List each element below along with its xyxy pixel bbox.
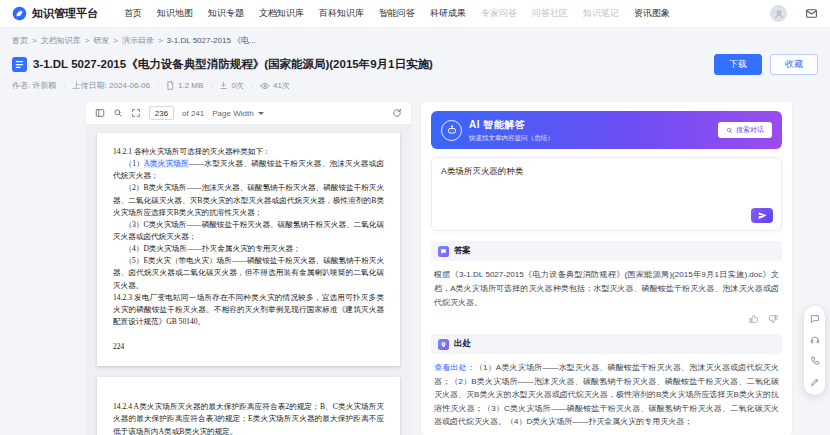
send-button[interactable] bbox=[751, 208, 773, 223]
phone-contact-button[interactable] bbox=[810, 356, 820, 366]
answer-feedback bbox=[431, 312, 782, 324]
pdf-toolbar: of 241 Page Width bbox=[86, 102, 411, 125]
download-button[interactable]: 下载 bbox=[714, 54, 762, 75]
nav-item-smart-qa[interactable]: 智能问答 bbox=[379, 7, 415, 20]
logo: 知识管理平台 bbox=[12, 6, 98, 21]
download-count: 0次 bbox=[219, 80, 243, 91]
main-menu: 首页 知识地图 知识专题 文档知识库 百科知识库 智能问答 科研成果 专家问答 … bbox=[124, 7, 670, 20]
headset-icon bbox=[810, 335, 820, 345]
location-pin-icon bbox=[438, 339, 449, 350]
eye-icon bbox=[260, 81, 270, 91]
pdf-search-button[interactable] bbox=[113, 108, 123, 118]
pdf-viewport[interactable]: 14.2.1 各种火灾场所可选择的灭火器种类如下： （1）A类火灾场所——水型灭… bbox=[86, 125, 411, 435]
pdf-paragraph: 14.2.1 各种火灾场所可选择的灭火器种类如下： bbox=[113, 146, 384, 158]
pdf-paragraph: 14.2.3 发电厂变电站同一场所存在不同种类火灾的情况较多，宜选用可扑灭多类火… bbox=[113, 292, 384, 328]
phone-icon bbox=[810, 356, 820, 366]
file-icon bbox=[166, 81, 175, 90]
breadcrumb-item-home[interactable]: 首页 bbox=[12, 35, 28, 46]
logo-icon bbox=[12, 6, 27, 21]
nav-item-news[interactable]: 资讯图象 bbox=[634, 7, 670, 20]
thumbs-up-icon bbox=[749, 314, 759, 324]
nav-item-expert-qa[interactable]: 专家问答 bbox=[481, 7, 517, 20]
nav-item-doc-library[interactable]: 文档知识库 bbox=[259, 7, 304, 20]
source-entry: 查看出处：（1）A类火灾场所——水型灭火器、磷酸铵盐干粉灭火器、泡沫灭火器或卤代… bbox=[434, 361, 779, 429]
nav-item-home[interactable]: 首页 bbox=[124, 7, 142, 20]
thumbs-up-button[interactable] bbox=[749, 314, 759, 324]
robot-icon bbox=[446, 124, 458, 136]
top-navbar: 知识管理平台 首页 知识地图 知识专题 文档知识库 百科知识库 智能问答 科研成… bbox=[0, 0, 830, 28]
ai-panel-title: AI 智能解答 bbox=[469, 118, 554, 132]
person-icon bbox=[774, 9, 784, 19]
pdf-paragraph: （4）D类火灾场所——扑灭金属火灾的专用灭火器； bbox=[113, 243, 384, 255]
breadcrumb-separator: > bbox=[158, 36, 163, 45]
fit-page-button[interactable] bbox=[131, 108, 141, 118]
nav-item-qa-community[interactable]: 问答社区 bbox=[532, 7, 568, 20]
floating-toolbar bbox=[804, 306, 825, 395]
chevron-down-icon bbox=[258, 112, 264, 115]
ai-question-input[interactable]: A类场所灭火器的种类 bbox=[431, 157, 782, 231]
search-dialog-button[interactable]: 搜索对话 bbox=[718, 122, 772, 138]
chat-icon bbox=[810, 314, 820, 324]
upload-date-label: 上传日期: 2024-06-06 bbox=[73, 80, 150, 91]
view-count: 41次 bbox=[260, 80, 290, 91]
source-body: 查看出处：（1）A类火灾场所——水型灭火器、磷酸铵盐干粉灭火器、泡沫灭火器或卤代… bbox=[431, 354, 782, 435]
nav-item-knowledge-notes[interactable]: 知识笔记 bbox=[583, 7, 619, 20]
view-source-link[interactable]: 查看出处： bbox=[434, 363, 475, 372]
favorite-button[interactable]: 收藏 bbox=[770, 54, 818, 75]
pdf-paragraph: （1）A类火灾场所——水型灭火器、磷酸铵盐干粉灭火器、泡沫灭火器或卤代烷灭火器； bbox=[113, 158, 384, 182]
thumbs-down-icon bbox=[768, 314, 778, 324]
chat-bubble-icon bbox=[438, 246, 449, 257]
paper-plane-icon bbox=[758, 211, 767, 220]
nav-item-research-results[interactable]: 科研成果 bbox=[430, 7, 466, 20]
feedback-edit-button[interactable] bbox=[810, 377, 820, 387]
nav-item-knowledge-map[interactable]: 知识地图 bbox=[157, 7, 193, 20]
pdf-paragraph: （2）B类火灾场所——泡沫灭火器、碳酸氢钠干粉灭火器、磷酸铵盐干粉灭火器、二氧化… bbox=[113, 182, 384, 218]
rotate-button[interactable] bbox=[392, 108, 402, 118]
search-highlight: A类火灾场所 bbox=[144, 159, 189, 168]
breadcrumb-separator: > bbox=[32, 36, 37, 45]
sidebar-toggle-button[interactable] bbox=[95, 108, 105, 118]
breadcrumb-separator: > bbox=[113, 36, 118, 45]
nav-item-wiki-library[interactable]: 百科知识库 bbox=[319, 7, 364, 20]
feedback-chat-button[interactable] bbox=[810, 314, 820, 324]
source-label: 出处 bbox=[454, 338, 471, 350]
zoom-select[interactable]: Page Width bbox=[212, 109, 263, 118]
answer-section-header: 答案 bbox=[431, 241, 782, 261]
ai-question-text: A类场所灭火器的种类 bbox=[441, 166, 772, 178]
pencil-icon bbox=[810, 377, 820, 387]
nav-item-knowledge-topic[interactable]: 知识专题 bbox=[208, 7, 244, 20]
page-title: 3-1.DL 5027-2015《电力设备典型消防规程》(国家能源局)(2015… bbox=[33, 57, 433, 72]
rotate-icon bbox=[392, 108, 402, 118]
source-section-header: 出处 bbox=[431, 334, 782, 354]
ai-panel-subtitle: 快速找文章内容提问（总结） bbox=[469, 134, 554, 143]
breadcrumb-item-rd[interactable]: 研发 bbox=[93, 35, 109, 46]
mail-icon bbox=[805, 7, 818, 20]
page-count-label: of 241 bbox=[182, 109, 204, 118]
main-content: of 241 Page Width 14.2.1 各种火灾场所可选择的灭火器种类… bbox=[86, 102, 792, 435]
breadcrumb-item-doc-library[interactable]: 文档知识库 bbox=[41, 35, 81, 46]
pdf-page-number: 224 bbox=[113, 341, 384, 353]
customer-service-button[interactable] bbox=[810, 335, 820, 345]
author-label: 作者: 许新颖 bbox=[12, 80, 56, 91]
thumbs-down-button[interactable] bbox=[768, 314, 778, 324]
page-number-input[interactable] bbox=[149, 106, 174, 120]
source-section: 出处 查看出处：（1）A类火灾场所——水型灭火器、磷酸铵盐干粉灭火器、泡沫灭火器… bbox=[431, 334, 782, 435]
ai-header: AI 智能解答 快速找文章内容提问（总结） 搜索对话 bbox=[431, 111, 782, 149]
breadcrumb-separator: > bbox=[85, 36, 90, 45]
answer-section: 答案 根据《3-1.DL 5027-2015《电力设备典型消防规程》(国家能源局… bbox=[431, 241, 782, 324]
answer-label: 答案 bbox=[454, 245, 471, 257]
user-avatar[interactable] bbox=[770, 5, 787, 22]
navbar-right bbox=[770, 5, 818, 22]
document-meta: 作者: 许新颖 | 上传日期: 2024-06-06 | 1.2 MB | 0次… bbox=[12, 80, 818, 91]
expand-icon bbox=[131, 108, 141, 118]
download-icon bbox=[219, 81, 228, 90]
pdf-viewer-card: of 241 Page Width 14.2.1 各种火灾场所可选择的灭火器种类… bbox=[86, 102, 411, 435]
breadcrumb-item-demo-dir[interactable]: 演示目录 bbox=[122, 35, 154, 46]
sidebar-icon bbox=[95, 108, 105, 118]
pdf-page-225: 14.2.4 A类火灾场所灭火器的最大保护距离应符合表2的规定；B、C类火灾场所… bbox=[97, 377, 400, 435]
pdf-page-224: 14.2.1 各种火灾场所可选择的灭火器种类如下： （1）A类火灾场所——水型灭… bbox=[97, 133, 400, 366]
robot-avatar bbox=[441, 120, 462, 141]
mail-button[interactable] bbox=[805, 7, 818, 20]
source-text: （1）A类火灾场所——水型灭火器、磷酸铵盐干粉灭火器、泡沫灭火器或卤代烷灭火器；… bbox=[434, 363, 779, 426]
answer-text: 根据《3-1.DL 5027-2015《电力设备典型消防规程》(国家能源局)(2… bbox=[431, 261, 782, 312]
